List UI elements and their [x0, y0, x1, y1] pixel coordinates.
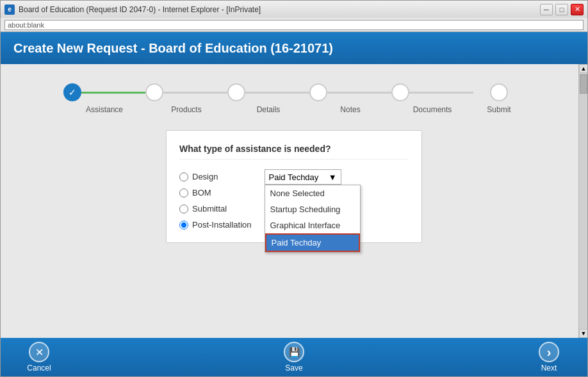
radio-design-label: Design	[192, 172, 218, 181]
form-card: What type of assistance is needed? Desig…	[166, 130, 422, 243]
step-notes: Notes	[309, 83, 391, 114]
radio-design[interactable]: Design	[179, 172, 252, 181]
step-assistance: ✓ Assistance	[63, 83, 145, 114]
scrollbar[interactable]: ▲ ▼	[578, 64, 587, 338]
scroll-thumb[interactable]	[580, 74, 587, 94]
window-controls: ─ □ ✕	[540, 4, 584, 15]
connector-4	[327, 92, 391, 94]
dropdown-item-paid-techday[interactable]: Paid Techday	[265, 233, 360, 252]
radio-submittal[interactable]: Submittal	[179, 204, 252, 214]
connector-3	[245, 92, 309, 94]
step-details: Details	[227, 83, 309, 114]
connector-1	[81, 92, 145, 94]
app-header: Create New Request - Board of Education …	[1, 32, 587, 64]
save-button[interactable]: 💾 Save	[275, 342, 313, 373]
dropdown-item-none[interactable]: None Selected	[265, 185, 360, 201]
connector-5	[409, 92, 473, 94]
dropdown-item-startup[interactable]: Startup Scheduling	[265, 201, 360, 217]
progress-steps: ✓ Assistance Products	[20, 77, 568, 114]
step-circle-documents	[391, 83, 409, 101]
next-button[interactable]: › Next	[530, 342, 568, 373]
step-label-details: Details	[243, 105, 294, 114]
dropdown-trigger[interactable]: Paid Techday ▼	[265, 169, 341, 185]
address-input[interactable]	[4, 20, 584, 30]
page-title: Create New Request - Board of Education …	[13, 41, 333, 56]
close-button[interactable]: ✕	[571, 4, 584, 15]
next-label: Next	[541, 364, 557, 373]
maximize-button[interactable]: □	[555, 4, 568, 15]
window-title: Board of Education (Request ID 2047-0) -…	[19, 5, 540, 14]
app-container: Create New Request - Board of Education …	[0, 32, 588, 377]
connector-2	[163, 92, 227, 94]
step-circle-notes	[309, 83, 327, 101]
step-label-submit: Submit	[473, 105, 525, 114]
radio-bom[interactable]: BOM	[179, 188, 252, 197]
minimize-button[interactable]: ─	[540, 4, 553, 15]
dropdown-arrow-icon: ▼	[329, 172, 337, 182]
dropdown-area: Paid Techday ▼ None Selected Startup Sch…	[265, 169, 409, 185]
radio-bom-label: BOM	[192, 188, 211, 197]
step-products: Products	[145, 83, 227, 114]
next-icon: ›	[539, 342, 559, 362]
dropdown-selected-value: Paid Techday	[269, 172, 319, 182]
dropdown-list: None Selected Startup Scheduling Graphic…	[265, 185, 361, 253]
form-question: What type of assistance is needed?	[179, 144, 409, 160]
step-documents: Documents	[391, 83, 473, 114]
radio-post-installation[interactable]: Post-Installation	[179, 220, 252, 230]
scroll-down-arrow[interactable]: ▼	[579, 329, 587, 338]
step-circle-products	[145, 83, 163, 101]
save-icon: 💾	[284, 342, 304, 362]
window-chrome: e Board of Education (Request ID 2047-0)…	[0, 0, 588, 18]
step-label-documents: Documents	[407, 105, 458, 114]
cancel-button[interactable]: ✕ Cancel	[20, 342, 58, 373]
radio-post-installation-label: Post-Installation	[192, 220, 252, 230]
radio-submittal-label: Submittal	[192, 204, 227, 214]
app-footer: ✕ Cancel 💾 Save › Next	[1, 338, 587, 376]
radio-group: Design BOM Submittal Post-Installation	[179, 169, 252, 230]
step-circle-assistance: ✓	[63, 83, 81, 101]
dropdown-item-graphical[interactable]: Graphical Interface	[265, 217, 360, 233]
step-label-notes: Notes	[325, 105, 376, 114]
app-icon: e	[4, 4, 15, 15]
step-circle-details	[227, 83, 245, 101]
content-area: ✓ Assistance Products	[1, 64, 587, 338]
cancel-label: Cancel	[27, 364, 51, 373]
step-submit: Submit	[473, 83, 525, 114]
step-label-products: Products	[161, 105, 212, 114]
step-circle-submit	[490, 83, 508, 101]
save-label: Save	[285, 364, 302, 373]
address-bar	[0, 18, 588, 32]
step-label-assistance: Assistance	[79, 105, 130, 114]
cancel-icon: ✕	[29, 342, 49, 362]
form-row: Design BOM Submittal Post-Installation	[179, 169, 409, 230]
scroll-up-arrow[interactable]: ▲	[579, 64, 587, 73]
